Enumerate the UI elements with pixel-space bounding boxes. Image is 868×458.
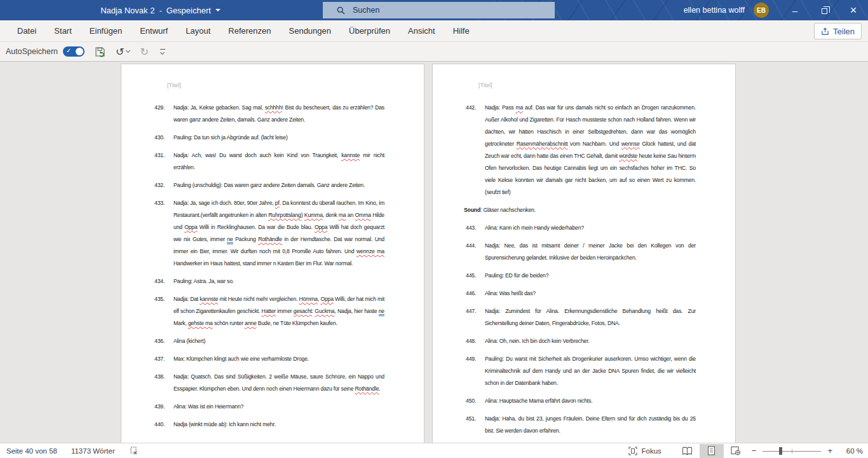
proofing-errors-button[interactable] [129,446,139,455]
tab-datei[interactable]: Datei [8,20,45,41]
entry-text: Pauling: Astra. Ja, war so. [173,275,384,288]
chevron-down-icon [160,50,165,55]
grammar-flagged-word: ne [379,308,384,316]
spellcheck-flagged-word: würdste [619,153,637,159]
web-layout-icon [731,446,741,455]
entry-text: Alina (kichert) [173,335,384,347]
word-window: Nadja Novak 2 - Gespeichert Suchen ellen… [0,0,868,458]
entry-text: Alina: Oh, nein. Ich bin doch kein Verbr… [485,335,696,347]
entry-number: 438. [154,371,173,395]
sound-direction: Sound: Gläser nachschenken. [464,204,735,216]
proofing-error-icon [129,446,139,455]
script-entry: 440.Nadja (winkt müde ab): Ich kann nich… [154,419,424,431]
entry-number: 446. [466,288,485,300]
document-canvas[interactable]: [Titel] 429.Nadja: Ja, Kekse gebacken. S… [0,62,868,443]
page-41[interactable]: [Titel] 442.Nadja: Pass ma auf. Das war … [432,64,736,443]
read-mode-icon [682,447,693,455]
autosave-toggle[interactable]: ✓ [63,46,85,57]
spellcheck-flagged-word: Oppa [315,224,327,230]
entry-number: 433. [154,197,173,270]
tab-referenzen[interactable]: Referenzen [219,20,280,41]
toggle-knob [76,48,83,55]
zoom-in-button[interactable]: + [824,446,836,455]
customize-toolbar-button[interactable] [160,49,165,54]
titlebar: Nadja Novak 2 - Gespeichert Suchen ellen… [0,0,868,20]
spellcheck-flagged-word: anne [245,320,257,326]
tab-sendungen[interactable]: Sendungen [280,20,341,41]
tab-ansicht[interactable]: Ansicht [399,20,444,41]
entry-text: Pauling: Da tun sich ja Abgründe auf. (l… [173,132,384,144]
print-layout-button[interactable] [700,444,724,458]
script-entry: 450.Alina: Hauptsache Mama erfährt davon… [466,395,735,407]
script-entry: 445.Pauling: ED für die beiden? [466,270,735,282]
spellcheck-flagged-word: Ruhrpottslang [268,212,301,218]
zoom-slider-center-tick [792,449,792,454]
script-entries: 429.Nadja: Ja, Kekse gebacken. Sag mal, … [121,102,424,431]
entry-number: 451. [466,413,485,437]
tab-layout[interactable]: Layout [177,20,219,41]
zoom-slider-handle[interactable] [779,447,782,455]
zoom-level[interactable]: 60 % [839,447,863,455]
script-entry: 438.Nadja: Quatsch. Das sind Süßigkeiten… [154,371,424,395]
minimize-button[interactable]: – [780,0,810,20]
document-title[interactable]: Nadja Novak 2 - Gespeichert [0,0,321,20]
redo-icon: ↻ [140,46,148,58]
undo-dropdown-icon [126,48,130,53]
spellcheck-flagged-word: Rasenmäherabschnitt [517,141,568,147]
word-count[interactable]: 11373 Wörter [71,447,115,455]
tab-entwurf[interactable]: Entwurf [131,20,177,41]
undo-button[interactable]: ↺ [116,46,130,58]
spellcheck-flagged-word: schhhh [265,104,282,111]
zoom-out-button[interactable]: − [748,446,761,455]
save-button[interactable] [95,46,105,57]
entry-text: Nadja: Nee, das ist mitsamt deiner / mei… [485,240,696,264]
title-placeholder: [Titel] [167,82,424,88]
page-40[interactable]: [Titel] 429.Nadja: Ja, Kekse gebacken. S… [121,64,424,443]
script-entries: 442.Nadja: Pass ma auf. Das war für uns … [433,102,735,443]
page-indicator[interactable]: Seite 40 von 58 [6,447,57,455]
entry-text: Nadja: Haha, du bist 23, junges Fräulein… [485,413,696,437]
customize-toolbar-bar [160,49,165,50]
tab-einfgen[interactable]: Einfügen [81,20,131,41]
close-button[interactable]: × [839,0,868,20]
focus-mode-button[interactable]: Fokus [628,447,661,455]
entry-number: 448. [466,335,485,347]
minimize-icon: – [792,5,797,16]
script-entry: 430.Pauling: Da tun sich ja Abgründe auf… [154,132,424,144]
avatar[interactable]: EB [754,3,769,18]
entry-text: Alina: Was heißt das? [485,288,696,300]
spellcheck-flagged-word: ma [339,212,346,218]
grammar-flagged-word: ne [227,236,233,244]
entry-text: Nadja: Quatsch. Das sind Süßigkeiten. 2 … [173,371,384,395]
entry-text: Alina: Was ist ein Heiermann? [173,401,384,413]
entry-text: Nadja: Zumindest für Alina. Erkennungsdi… [485,305,696,330]
autosave-label: AutoSpeichern [6,47,58,56]
close-icon: × [850,4,857,17]
script-entry: 447.Nadja: Zumindest für Alina. Erkennun… [466,305,735,330]
spellcheck-flagged-word: wennse [621,141,640,147]
spellcheck-flagged-word: Hömma [299,296,318,302]
read-mode-button[interactable] [675,444,700,458]
account-name[interactable]: ellen bettina wolff [684,6,745,15]
spellcheck-flagged-word: wennze ma [356,248,384,254]
search-input[interactable]: Suchen [323,2,555,18]
web-layout-button[interactable] [724,444,748,458]
redo-button[interactable]: ↻ [140,46,148,58]
entry-number: 436. [154,335,173,347]
script-entry: 435.Nadja: Dat kannste mit Heute nicht m… [154,293,424,330]
spellcheck-flagged-word: pf [275,200,280,206]
restore-button[interactable] [810,0,839,20]
tab-start[interactable]: Start [45,20,80,41]
entry-text: Pauling (unschuldig): Das waren ganz and… [173,179,384,191]
entry-text: Sound: Gläser nachschenken. [464,204,694,216]
script-entry: 434.Pauling: Astra. Ja, war so. [154,275,424,288]
script-entry: 432.Pauling (unschuldig): Das waren ganz… [154,179,424,191]
tab-berprfen[interactable]: Überprüfen [340,20,399,41]
share-button[interactable]: Teilen [814,23,862,39]
tab-hilfe[interactable]: Hilfe [444,20,478,41]
zoom-slider[interactable] [763,444,821,458]
search-icon [337,6,345,15]
saved-status: Gespeichert [166,6,211,15]
status-bar: Seite 40 von 58 11373 Wörter Fokus [0,443,868,458]
spellcheck-flagged-word: Rothändle [355,385,379,392]
